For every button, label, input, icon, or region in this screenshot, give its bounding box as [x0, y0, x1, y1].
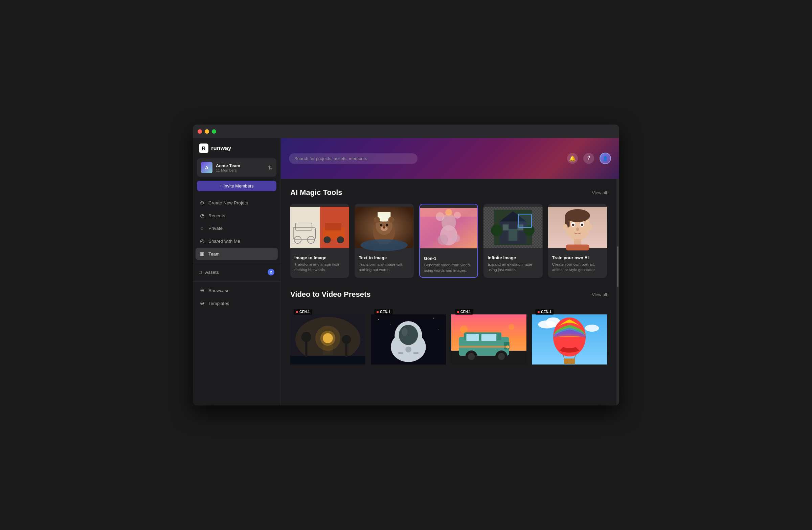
- tool-thumbnail: [483, 204, 542, 251]
- sidebar-assets-nav: □ Assets 2: [193, 266, 280, 278]
- minimize-button[interactable]: [205, 129, 209, 134]
- logo-icon: R: [199, 143, 208, 153]
- app-window: R runway A Acme Team 11 Members ⇅ + Invi…: [193, 125, 619, 405]
- tool-card-infinite-image[interactable]: Infinite Image Expand an existing image …: [483, 204, 542, 278]
- sidebar-item-label: Templates: [208, 301, 229, 306]
- sidebar-bottom-nav: ⊕ Showcase ⊕ Templates: [193, 284, 280, 309]
- person-icon: ○: [199, 225, 205, 231]
- tool-desc: Expand an existing image using just word…: [488, 262, 538, 272]
- badge-dot: [538, 311, 540, 313]
- close-button[interactable]: [198, 129, 202, 134]
- sidebar-item-templates[interactable]: ⊕ Templates: [195, 297, 278, 309]
- preset-thumbnail: [532, 306, 607, 373]
- sidebar-item-recents[interactable]: ◔ Recents: [195, 210, 278, 222]
- preset-card-3[interactable]: GEN-1: [451, 306, 526, 373]
- svg-point-77: [433, 318, 434, 318]
- tool-name: Train your own AI: [552, 255, 603, 260]
- user-avatar[interactable]: 👤: [599, 153, 611, 164]
- ai-tools-grid: Image to Image Transform any image with …: [290, 204, 607, 278]
- nav-divider-2: [193, 281, 280, 282]
- svg-point-83: [402, 328, 408, 336]
- svg-point-31: [445, 209, 452, 216]
- globe-icon-2: ⊕: [199, 300, 205, 306]
- svg-point-86: [405, 346, 411, 353]
- sidebar-item-private[interactable]: ○ Private: [195, 223, 278, 234]
- svg-point-97: [468, 353, 475, 360]
- svg-point-73: [342, 335, 351, 344]
- tool-thumbnail: [548, 204, 607, 251]
- svg-point-20: [374, 217, 380, 223]
- search-input[interactable]: [289, 153, 418, 164]
- tool-card-text-to-image[interactable]: Text to Image Transform any image with n…: [354, 204, 414, 278]
- header-actions: 🔔 ? 👤: [567, 153, 611, 164]
- preset-card-2[interactable]: GEN-1: [371, 306, 446, 373]
- svg-point-55: [576, 227, 579, 231]
- sidebar-item-team[interactable]: ▦ Team: [195, 248, 278, 260]
- sidebar-item-create-new-project[interactable]: ⊕ Create New Project: [195, 197, 278, 209]
- sidebar-nav: ⊕ Create New Project ◔ Recents ○ Private…: [193, 197, 280, 260]
- ai-tools-title: AI Magic Tools: [290, 188, 343, 197]
- globe-icon: ⊕: [199, 287, 205, 293]
- svg-rect-94: [466, 334, 479, 341]
- help-button[interactable]: ?: [583, 153, 594, 164]
- sidebar-item-assets[interactable]: □ Assets 2: [195, 266, 278, 278]
- svg-rect-84: [398, 352, 403, 354]
- notifications-button[interactable]: 🔔: [567, 153, 578, 164]
- invite-members-button[interactable]: + Invite Members: [197, 181, 276, 191]
- tool-card-train-ai[interactable]: Train your own AI Create your own portra…: [548, 204, 607, 278]
- preset-card-1[interactable]: GEN-1: [290, 306, 365, 373]
- video-presets-view-all[interactable]: View all: [592, 292, 607, 297]
- svg-rect-102: [459, 346, 509, 348]
- preset-card-4[interactable]: GEN-1: [532, 306, 607, 373]
- svg-point-22: [361, 239, 408, 251]
- svg-point-75: [378, 319, 379, 320]
- team-info: Acme Team 11 Members: [216, 163, 264, 172]
- tool-name: Text to Image: [359, 255, 409, 260]
- sidebar-item-shared-with-me[interactable]: ◎ Shared with Me: [195, 235, 278, 247]
- svg-rect-85: [414, 352, 419, 354]
- ai-tools-view-all[interactable]: View all: [592, 190, 607, 195]
- svg-rect-110: [564, 358, 575, 364]
- svg-point-58: [563, 224, 567, 230]
- scrollbar-thumb[interactable]: [617, 246, 619, 287]
- preset-thumbnail: [451, 306, 526, 373]
- tool-card-image-to-image[interactable]: Image to Image Transform any image with …: [290, 204, 349, 278]
- tool-name: Gen-1: [424, 256, 473, 261]
- main-content: 🔔 ? 👤 AI Magic Tools View all: [281, 138, 619, 405]
- svg-point-90: [508, 324, 514, 330]
- presets-grid: GEN-1: [290, 306, 607, 373]
- ai-tools-header: AI Magic Tools View all: [290, 188, 607, 197]
- sidebar-item-label: Shared with Me: [208, 239, 240, 244]
- assets-label: Assets: [205, 270, 219, 275]
- grid-icon: ▦: [199, 251, 205, 257]
- team-chevron-icon: ⇅: [268, 164, 272, 171]
- svg-point-71: [302, 332, 311, 342]
- svg-rect-69: [290, 356, 365, 364]
- sidebar-item-showcase[interactable]: ⊕ Showcase: [195, 284, 278, 297]
- people-icon: ◎: [199, 238, 205, 244]
- preset-badge-3: GEN-1: [455, 309, 473, 315]
- tool-desc: Transform any image with nothing but wor…: [359, 262, 409, 272]
- svg-rect-42: [508, 229, 517, 241]
- badge-label: GEN-1: [380, 310, 390, 314]
- svg-point-43: [491, 224, 503, 236]
- svg-point-106: [585, 325, 599, 332]
- maximize-button[interactable]: [212, 129, 216, 134]
- tool-info: Train your own AI Create your own portra…: [548, 251, 607, 276]
- sidebar-item-label: Private: [208, 226, 223, 231]
- svg-point-82: [399, 325, 418, 345]
- tool-card-gen-1[interactable]: Gen-1 Generate video from video using wo…: [419, 204, 478, 278]
- app-body: R runway A Acme Team 11 Members ⇅ + Invi…: [193, 138, 619, 405]
- team-card[interactable]: A Acme Team 11 Members ⇅: [197, 158, 276, 177]
- svg-point-19: [383, 226, 386, 229]
- video-presets-title: Video to Video Presets: [290, 290, 371, 299]
- video-presets-section: Video to Video Presets View all: [290, 290, 607, 373]
- svg-rect-95: [481, 334, 496, 341]
- preset-badge-4: GEN-1: [535, 309, 554, 315]
- nav-divider: [193, 263, 280, 263]
- traffic-lights: [198, 129, 216, 134]
- tool-info: Gen-1 Generate video from video using wo…: [420, 252, 477, 277]
- badge-label: GEN-1: [300, 310, 310, 314]
- team-members-count: 11 Members: [216, 168, 264, 172]
- badge-label: GEN-1: [541, 310, 551, 314]
